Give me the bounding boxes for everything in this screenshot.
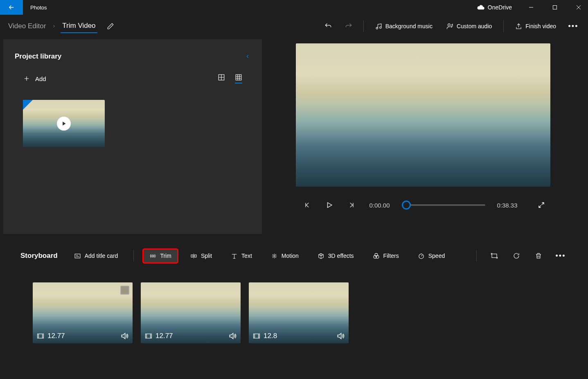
- aspect-ratio-icon: [491, 252, 498, 259]
- rotate-icon: [513, 252, 520, 259]
- delete-button[interactable]: [532, 249, 545, 263]
- svg-rect-4: [236, 74, 241, 80]
- more-button[interactable]: •••: [565, 18, 581, 34]
- expand-icon: [538, 201, 545, 209]
- rotate-button[interactable]: [509, 249, 523, 263]
- play-button[interactable]: [323, 199, 336, 211]
- step-back-icon: [304, 202, 311, 208]
- onedrive-link[interactable]: OneDrive: [472, 0, 517, 15]
- storyboard-more-button[interactable]: •••: [554, 249, 568, 263]
- svg-rect-15: [146, 334, 152, 338]
- back-button[interactable]: [0, 0, 23, 15]
- title-bar: Photos OneDrive: [0, 0, 588, 15]
- player-controls: 0:00.00 0:38.33: [282, 199, 563, 211]
- breadcrumb-parent[interactable]: Video Editor: [7, 20, 47, 33]
- clip-duration: 12.77: [155, 332, 173, 340]
- redo-icon: [345, 22, 353, 30]
- text-label: Text: [241, 253, 252, 259]
- play-icon: [61, 121, 67, 126]
- filter-icon: [373, 253, 380, 259]
- minimize-button[interactable]: [522, 0, 541, 15]
- clip-audio-button[interactable]: [120, 332, 128, 340]
- add-label: Add: [35, 75, 46, 82]
- film-icon: [253, 333, 260, 339]
- clip-duration: 12.8: [264, 332, 277, 340]
- motion-button[interactable]: Motion: [265, 250, 304, 262]
- play-overlay: [57, 117, 71, 131]
- seek-handle[interactable]: [402, 201, 411, 210]
- divider: [133, 250, 134, 262]
- storyboard-title: Storyboard: [20, 252, 58, 260]
- close-button[interactable]: [569, 0, 588, 15]
- svg-point-1: [448, 24, 450, 26]
- storyboard-clip[interactable]: 12.77: [141, 282, 241, 343]
- svg-point-2: [451, 26, 452, 27]
- resize-button[interactable]: [487, 249, 501, 263]
- selection-checkbox[interactable]: [120, 286, 129, 295]
- 3d-effects-button[interactable]: 3D effects: [312, 250, 360, 262]
- library-media-item[interactable]: [23, 100, 105, 147]
- grid-3x3-icon: [235, 74, 242, 81]
- trim-button[interactable]: Trim: [144, 250, 177, 262]
- undo-icon: [324, 22, 332, 30]
- card-icon: [74, 253, 81, 259]
- step-forward-icon: [348, 202, 355, 208]
- collapse-library-button[interactable]: [245, 54, 250, 59]
- custom-audio-button[interactable]: Custom audio: [442, 20, 497, 32]
- speaker-icon: [120, 332, 128, 340]
- maximize-button[interactable]: [545, 0, 564, 15]
- add-media-button[interactable]: Add: [23, 75, 46, 82]
- undo-button[interactable]: [320, 18, 336, 34]
- prev-frame-button[interactable]: [301, 199, 313, 211]
- arrow-left-icon: [8, 4, 15, 11]
- clip-audio-button[interactable]: [228, 332, 237, 340]
- speed-icon: [418, 253, 425, 259]
- maximize-icon: [552, 5, 557, 10]
- speed-button[interactable]: Speed: [412, 250, 451, 262]
- custom-audio-label: Custom audio: [457, 23, 492, 29]
- view-small-button[interactable]: [235, 74, 242, 83]
- play-icon: [326, 201, 333, 209]
- clip-audio-button[interactable]: [336, 332, 345, 340]
- app-title: Photos: [23, 5, 472, 11]
- redo-button[interactable]: [340, 18, 357, 34]
- storyboard-clip[interactable]: 12.77: [33, 282, 133, 343]
- breadcrumb-bar: Video Editor Trim Video Background music…: [0, 15, 588, 38]
- split-icon: [190, 253, 197, 259]
- filters-button[interactable]: Filters: [367, 250, 405, 262]
- add-title-card-button[interactable]: Add title card: [68, 250, 124, 262]
- view-large-button[interactable]: [218, 74, 225, 83]
- split-button[interactable]: Split: [185, 250, 218, 262]
- next-frame-button[interactable]: [345, 199, 358, 211]
- text-button[interactable]: Text: [225, 250, 258, 262]
- video-preview[interactable]: [296, 43, 550, 187]
- storyboard-clip[interactable]: 12.8: [249, 282, 349, 343]
- split-label: Split: [201, 253, 212, 259]
- background-music-button[interactable]: Background music: [370, 20, 437, 32]
- breadcrumb-current[interactable]: Trim Video: [61, 19, 97, 33]
- minimize-icon: [529, 5, 534, 10]
- fullscreen-button[interactable]: [538, 201, 545, 209]
- svg-rect-7: [195, 255, 196, 257]
- project-library-panel: Project library Add: [3, 39, 262, 234]
- svg-rect-13: [492, 254, 497, 258]
- svg-point-8: [274, 255, 275, 257]
- divider: [503, 20, 504, 32]
- library-title: Project library: [15, 52, 245, 61]
- svg-point-12: [419, 254, 424, 258]
- cloud-icon: [477, 5, 484, 10]
- finish-video-button[interactable]: Finish video: [510, 20, 561, 32]
- export-icon: [515, 23, 522, 30]
- storyboard-panel: Storyboard Add title card Trim Split Tex…: [0, 234, 588, 360]
- divider: [476, 250, 477, 262]
- svg-rect-6: [191, 255, 193, 257]
- preview-panel: 0:00.00 0:38.33: [262, 38, 588, 234]
- rename-button[interactable]: [102, 18, 119, 34]
- background-music-label: Background music: [385, 23, 433, 29]
- storyboard-clips: 12.7712.7712.8: [0, 266, 588, 360]
- trash-icon: [535, 252, 542, 259]
- 3d-effects-label: 3D effects: [328, 253, 354, 259]
- total-time: 0:38.33: [495, 202, 520, 209]
- music-note-icon: [375, 23, 382, 30]
- seek-bar[interactable]: [402, 204, 485, 206]
